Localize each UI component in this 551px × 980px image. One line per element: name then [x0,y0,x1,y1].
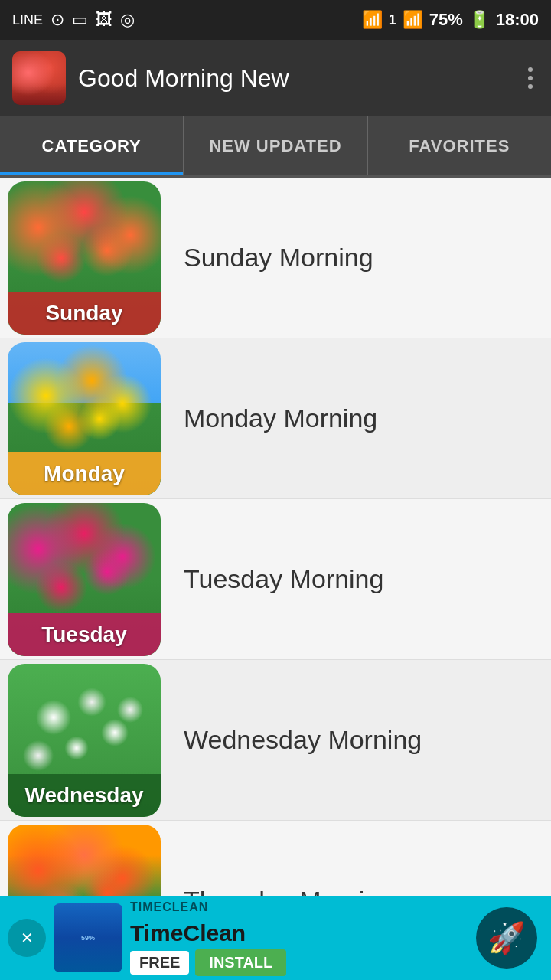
list-item[interactable]: Tuesday Tuesday Morning [0,499,551,660]
tuesday-label: Tuesday [8,613,161,656]
battery-text: 75% [429,10,463,30]
ad-close-button[interactable]: ✕ [8,919,46,957]
menu-dot-2 [528,76,533,80]
app-title: Good Morning New [78,64,510,93]
app-bar: Good Morning New [0,40,551,116]
tab-favorites[interactable]: FAVORITES [368,116,551,175]
tab-new-updated-label: NEW UPDATED [209,136,341,156]
time-display: 18:00 [496,10,539,30]
sunday-label: Sunday [8,292,161,335]
list-item[interactable]: Sunday Sunday Morning [0,178,551,338]
category-list: Sunday Sunday Morning Monday Monday Morn… [0,178,551,980]
battery-icon: 🔋 [469,10,490,30]
menu-dot-3 [528,84,533,89]
ad-screenshot-thumbnail: 59% [54,903,122,972]
app-logo [12,51,66,105]
timeclean-icon: 🚀 [487,920,526,956]
tab-favorites-label: FAVORITES [409,136,510,156]
mic-icon: ◎ [120,10,135,30]
ad-install-button[interactable]: INSTALL [195,949,286,976]
record-icon: ⊙ [51,10,64,30]
category-thumb-tuesday: Tuesday [8,503,161,656]
tuesday-morning-label: Tuesday Morning [168,564,383,594]
sim-icon: 1 [389,12,396,28]
wifi-icon: 📶 [362,10,383,30]
ad-action-buttons: FREE INSTALL [130,949,470,976]
status-icons-left: LINE ⊙ ▭ 🖼 ◎ [12,10,135,30]
overflow-menu-button[interactable] [522,61,539,95]
monday-label: Monday [8,452,161,495]
signal-bars-icon: 📶 [403,10,423,30]
ad-free-badge: FREE [130,951,189,975]
ad-logo: 🚀 [476,907,537,969]
close-icon: ✕ [21,929,34,947]
tab-category-label: CATEGORY [42,136,142,156]
line-icon: LINE [12,12,43,28]
tab-new-updated[interactable]: NEW UPDATED [184,116,367,175]
wednesday-label: Wednesday [8,774,161,817]
category-thumb-monday: Monday [8,342,161,495]
menu-dot-1 [528,67,533,72]
list-item[interactable]: Wednesday Wednesday Morning [0,660,551,821]
ad-screenshot-inner: 59% [54,903,122,972]
status-bar: LINE ⊙ ▭ 🖼 ◎ 📶 1 📶 75% 🔋 18:00 [0,0,551,40]
ad-banner: ✕ 59% TIMECLEAN TimeClean FREE INSTALL 🚀 [0,896,551,980]
category-thumb-sunday: Sunday [8,181,161,335]
ad-title: TimeClean [130,920,470,946]
ad-app-name: TIMECLEAN [130,900,470,914]
monday-morning-label: Monday Morning [168,403,377,433]
wednesday-morning-label: Wednesday Morning [168,725,422,755]
status-right: 📶 1 📶 75% 🔋 18:00 [362,10,539,30]
ad-screenshot-text: 59% [81,934,95,942]
image-icon: 🖼 [96,10,112,30]
sunday-morning-label: Sunday Morning [168,243,373,273]
tab-category[interactable]: CATEGORY [0,116,184,175]
category-thumb-wednesday: Wednesday [8,664,161,817]
screen-icon: ▭ [72,10,88,30]
list-item[interactable]: Monday Monday Morning [0,338,551,499]
ad-text-block: TIMECLEAN TimeClean FREE INSTALL [130,900,470,976]
tab-bar: CATEGORY NEW UPDATED FAVORITES [0,116,551,178]
